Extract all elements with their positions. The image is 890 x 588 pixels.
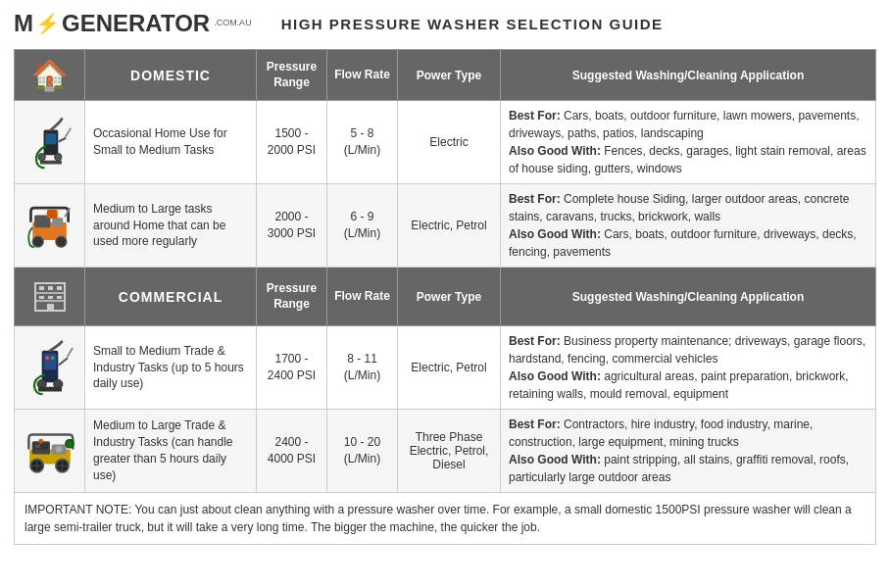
domestic-flow-1: 5 - 8 (L/Min) xyxy=(327,101,398,184)
commercial-desc-1: Small to Medium Trade & Industry Tasks (… xyxy=(85,326,257,410)
domestic-pressure-header: Pressure Range xyxy=(257,50,327,101)
commercial-img-2 xyxy=(15,410,85,493)
svg-rect-3 xyxy=(45,133,56,144)
domestic-desc-2: Medium to Large tasks around Home that c… xyxy=(85,184,257,268)
svg-point-26 xyxy=(50,356,54,360)
svg-rect-17 xyxy=(48,286,53,290)
commercial-flow-2: 10 - 20 (L/Min) xyxy=(327,410,398,493)
commercial-row-1: Small to Medium Trade & Industry Tasks (… xyxy=(15,326,876,410)
svg-rect-11 xyxy=(46,210,57,219)
domestic-flow-2: 6 - 9 (L/Min) xyxy=(327,184,398,268)
logo-my-text: M xyxy=(14,10,33,37)
svg-point-9 xyxy=(32,236,43,247)
commercial-app-2: Best For: Contractors, hire industry, fo… xyxy=(501,410,876,493)
svg-point-10 xyxy=(55,236,66,247)
svg-line-4 xyxy=(65,127,71,136)
svg-rect-29 xyxy=(38,386,62,391)
svg-rect-8 xyxy=(52,218,63,226)
svg-point-44 xyxy=(38,438,43,443)
domestic-power-1: Electric xyxy=(398,101,501,184)
page-title: HIGH PRESSURE WASHER SELECTION GUIDE xyxy=(281,16,664,32)
domestic-pressure-1: 1500 - 2000 PSI xyxy=(257,101,327,184)
logo-plug-icon: ⚡ xyxy=(35,12,60,35)
commercial-flow-1: 8 - 11 (L/Min) xyxy=(327,326,398,410)
svg-rect-24 xyxy=(43,353,56,369)
logo-generator-text: GENERATOR xyxy=(62,10,210,37)
domestic-label-cell: DOMESTIC xyxy=(85,50,257,101)
svg-rect-16 xyxy=(39,286,44,290)
commercial-desc-2: Medium to Large Trade & Industry Tasks (… xyxy=(85,410,257,493)
svg-rect-21 xyxy=(57,296,62,299)
domestic-app-1: Best For: Cars, boats, outdoor furniture… xyxy=(501,101,876,184)
commercial-row-2: Medium to Large Trade & Industry Tasks (… xyxy=(15,410,876,493)
commercial-power-1: Electric, Petrol xyxy=(398,326,501,410)
commercial-power-2: Three Phase Electric, Petrol, Diesel xyxy=(398,410,501,493)
commercial-label: COMMERCIAL xyxy=(119,289,222,305)
svg-point-2 xyxy=(54,153,61,160)
svg-rect-22 xyxy=(47,304,54,311)
washer-svg-2 xyxy=(25,195,74,254)
commercial-power-header: Power Type xyxy=(398,268,501,326)
domestic-img-2 xyxy=(15,184,85,268)
logo-comau: .COM.AU xyxy=(214,18,252,27)
header: M ⚡ GENERATOR .COM.AU HIGH PRESSURE WASH… xyxy=(14,10,876,37)
commercial-washer-svg-2 xyxy=(25,420,74,479)
footer-note: IMPORTANT NOTE: You can just about clean… xyxy=(14,493,876,545)
guide-table: 🏠 DOMESTIC Pressure Range Flow Rate Powe… xyxy=(14,49,876,493)
domestic-pressure-2: 2000 - 3000 PSI xyxy=(257,184,327,268)
domestic-section-header: 🏠 DOMESTIC Pressure Range Flow Rate Powe… xyxy=(15,50,876,101)
domestic-app-2: Best For: Complete house Siding, larger … xyxy=(501,184,876,268)
svg-point-25 xyxy=(45,356,49,360)
commercial-building-icon xyxy=(30,275,70,315)
commercial-washer-svg-1 xyxy=(25,337,74,396)
house-icon: 🏠 xyxy=(21,58,78,92)
commercial-img-1 xyxy=(15,326,85,410)
domestic-power-2: Electric, Petrol xyxy=(398,184,501,268)
svg-rect-5 xyxy=(39,160,61,164)
domestic-app-header: Suggested Washing/Cleaning Application xyxy=(501,50,876,101)
commercial-label-cell: COMMERCIAL xyxy=(85,268,257,326)
domestic-label: DOMESTIC xyxy=(130,68,211,83)
logo: M ⚡ GENERATOR .COM.AU xyxy=(14,10,252,37)
commercial-icon-cell xyxy=(15,268,85,326)
domestic-row-2: Medium to Large tasks around Home that c… xyxy=(15,184,876,268)
domestic-icon-cell: 🏠 xyxy=(15,50,85,101)
page-wrapper: M ⚡ GENERATOR .COM.AU HIGH PRESSURE WASH… xyxy=(0,0,890,555)
svg-rect-19 xyxy=(39,296,44,299)
commercial-pressure-1: 1700 - 2400 PSI xyxy=(257,326,327,410)
svg-rect-34 xyxy=(35,444,40,447)
domestic-row-1: Occasional Home Use for Small to Medium … xyxy=(15,101,876,184)
svg-line-30 xyxy=(67,348,73,357)
commercial-app-1: Best For: Business property maintenance;… xyxy=(501,326,876,410)
domestic-desc-1: Occasional Home Use for Small to Medium … xyxy=(85,101,257,184)
svg-point-36 xyxy=(55,446,62,453)
svg-rect-18 xyxy=(57,286,62,290)
commercial-pressure-2: 2400 - 4000 PSI xyxy=(257,410,327,493)
domestic-flow-header: Flow Rate xyxy=(327,50,398,101)
svg-rect-20 xyxy=(48,296,53,299)
domestic-img-1 xyxy=(15,101,85,184)
washer-svg-1 xyxy=(25,112,74,171)
commercial-flow-header: Flow Rate xyxy=(327,268,398,326)
svg-point-43 xyxy=(65,439,73,447)
svg-point-1 xyxy=(38,153,45,160)
commercial-pressure-header: Pressure Range xyxy=(257,268,327,326)
commercial-section-header: COMMERCIAL Pressure Range Flow Rate Powe… xyxy=(15,268,876,326)
commercial-app-header: Suggested Washing/Cleaning Application xyxy=(501,268,876,326)
domestic-power-header: Power Type xyxy=(398,50,501,101)
